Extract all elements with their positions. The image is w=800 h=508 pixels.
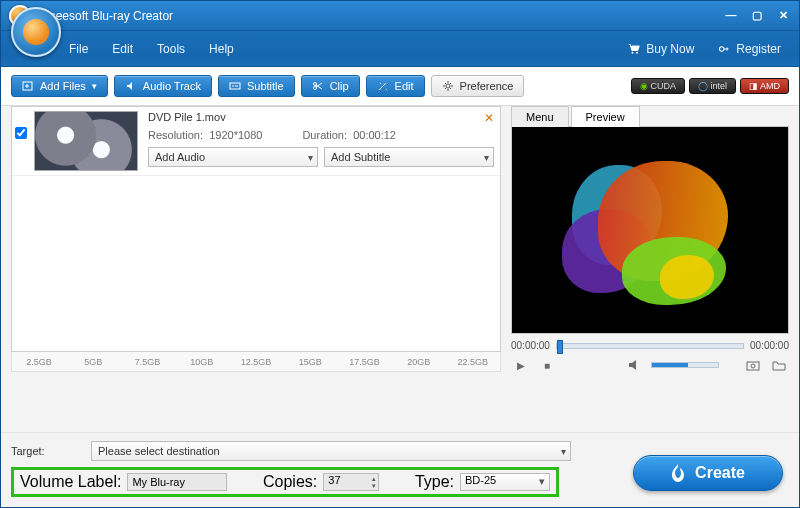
add-subtitle-select[interactable]: Add Subtitle xyxy=(324,147,494,167)
key-icon xyxy=(718,43,730,55)
resolution-label: Resolution: xyxy=(148,129,203,141)
bottom-panel: Target: Please select destination Volume… xyxy=(1,432,799,507)
svg-point-1 xyxy=(636,51,638,53)
minimize-button[interactable]: — xyxy=(723,9,739,23)
preference-label: Preference xyxy=(460,80,514,92)
app-window: Aiseesoft Blu-ray Creator — ▢ ✕ File Edi… xyxy=(0,0,800,508)
preference-button[interactable]: Preference xyxy=(431,75,525,97)
ruler-tick: 10GB xyxy=(175,357,229,367)
audio-icon xyxy=(125,80,137,92)
ruler-tick: 5GB xyxy=(66,357,120,367)
menu-file[interactable]: File xyxy=(69,42,88,56)
play-button[interactable]: ▶ xyxy=(511,357,531,373)
menu-edit[interactable]: Edit xyxy=(112,42,133,56)
subtitle-icon xyxy=(229,80,241,92)
flame-icon xyxy=(671,464,685,482)
plus-file-icon xyxy=(22,80,34,92)
seek-bar[interactable] xyxy=(556,343,744,349)
add-files-button[interactable]: Add Files ▾ xyxy=(11,75,108,97)
register-link[interactable]: Register xyxy=(718,42,781,56)
svg-point-0 xyxy=(632,51,634,53)
type-select[interactable]: BD-25 xyxy=(460,473,550,491)
menu-help[interactable]: Help xyxy=(209,42,234,56)
register-label: Register xyxy=(736,42,781,56)
remove-file-button[interactable]: ✕ xyxy=(482,111,496,125)
wand-icon xyxy=(377,80,389,92)
tab-preview[interactable]: Preview xyxy=(571,106,640,127)
amd-badge: ◨ AMD xyxy=(740,78,789,94)
app-title: Aiseesoft Blu-ray Creator xyxy=(39,9,173,23)
audio-track-label: Audio Track xyxy=(143,80,201,92)
resolution-value: 1920*1080 xyxy=(209,129,262,141)
tab-menu[interactable]: Menu xyxy=(511,106,569,127)
copies-stepper[interactable]: 37 xyxy=(323,473,379,491)
buy-now-label: Buy Now xyxy=(646,42,694,56)
cart-icon xyxy=(628,43,640,55)
svg-rect-8 xyxy=(747,362,759,370)
add-files-label: Add Files xyxy=(40,80,86,92)
menu-tools[interactable]: Tools xyxy=(157,42,185,56)
title-bar: Aiseesoft Blu-ray Creator — ▢ ✕ xyxy=(1,1,799,31)
ruler-tick: 15GB xyxy=(283,357,337,367)
time-current: 00:00:00 xyxy=(511,340,550,351)
edit-button[interactable]: Edit xyxy=(366,75,425,97)
ruler-tick: 22.5GB xyxy=(446,357,500,367)
buy-now-link[interactable]: Buy Now xyxy=(628,42,694,56)
file-name: DVD Pile 1.mov xyxy=(148,111,494,123)
target-label: Target: xyxy=(11,445,83,457)
type-label: Type: xyxy=(415,473,454,491)
chevron-down-icon: ▾ xyxy=(92,81,97,91)
volume-slider[interactable] xyxy=(651,362,719,368)
time-total: 00:00:00 xyxy=(750,340,789,351)
preview-artwork xyxy=(560,155,740,305)
ruler-tick: 2.5GB xyxy=(12,357,66,367)
highlighted-settings: Volume Label: Copies: 37 Type: BD-25 xyxy=(11,467,559,497)
menu-bar: File Edit Tools Help Buy Now Register xyxy=(1,31,799,67)
clip-button[interactable]: Clip xyxy=(301,75,360,97)
svg-point-7 xyxy=(446,84,450,88)
ruler-tick: 17.5GB xyxy=(337,357,391,367)
ruler-tick: 7.5GB xyxy=(120,357,174,367)
ruler-tick: 12.5GB xyxy=(229,357,283,367)
edit-label: Edit xyxy=(395,80,414,92)
copies-label: Copies: xyxy=(263,473,317,491)
preview-viewport xyxy=(511,126,789,334)
file-checkbox[interactable] xyxy=(15,127,27,139)
snapshot-button[interactable] xyxy=(743,357,763,373)
file-list-item[interactable]: DVD Pile 1.mov Resolution: 1920*1080 Dur… xyxy=(12,107,500,176)
app-logo-large xyxy=(11,7,61,57)
volume-label-input[interactable] xyxy=(127,473,227,491)
close-window-button[interactable]: ✕ xyxy=(775,9,791,23)
gear-icon xyxy=(442,80,454,92)
maximize-button[interactable]: ▢ xyxy=(749,9,765,23)
create-label: Create xyxy=(695,464,745,482)
snapshot-folder-button[interactable] xyxy=(769,357,789,373)
scissors-icon xyxy=(312,80,324,92)
audio-track-button[interactable]: Audio Track xyxy=(114,75,212,97)
create-button[interactable]: Create xyxy=(633,455,783,491)
stop-button[interactable]: ■ xyxy=(537,357,557,373)
add-audio-select[interactable]: Add Audio xyxy=(148,147,318,167)
file-thumbnail xyxy=(34,111,138,171)
subtitle-button[interactable]: Subtitle xyxy=(218,75,295,97)
clip-label: Clip xyxy=(330,80,349,92)
cuda-badge: ◉ CUDA xyxy=(631,78,685,94)
toolbar: Add Files ▾ Audio Track Subtitle Clip Ed… xyxy=(1,67,799,106)
duration-label: Duration: xyxy=(302,129,347,141)
file-list: DVD Pile 1.mov Resolution: 1920*1080 Dur… xyxy=(11,106,501,352)
ruler-tick: 20GB xyxy=(392,357,446,367)
svg-point-9 xyxy=(751,364,755,368)
volume-icon[interactable] xyxy=(625,357,645,373)
duration-value: 00:00:12 xyxy=(353,129,396,141)
target-select[interactable]: Please select destination xyxy=(91,441,571,461)
intel-badge: ◯ intel xyxy=(689,78,736,94)
subtitle-label: Subtitle xyxy=(247,80,284,92)
size-ruler: 2.5GB 5GB 7.5GB 10GB 12.5GB 15GB 17.5GB … xyxy=(11,352,501,372)
svg-point-2 xyxy=(720,46,725,51)
volume-label-label: Volume Label: xyxy=(20,473,121,491)
